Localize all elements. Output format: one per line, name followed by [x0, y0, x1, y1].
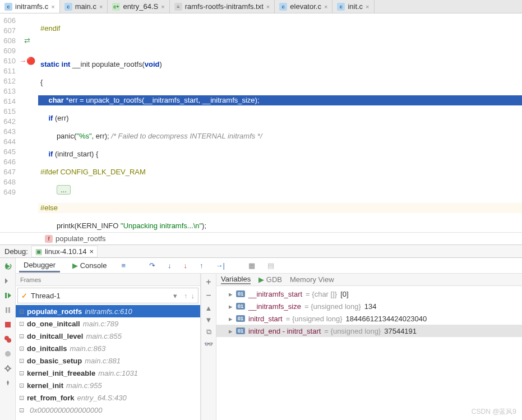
- breakpoint-icon[interactable]: →🔴: [19, 57, 35, 65]
- tab-gdb[interactable]: ▶ GDB: [258, 275, 282, 284]
- chevron-right-icon: ▸: [229, 327, 233, 335]
- tab-debugger[interactable]: Debugger: [19, 259, 60, 273]
- sync-icon: ⇄: [24, 36, 30, 45]
- variable-row[interactable]: ▸01 __initramfs_start = {char []} [0]: [216, 288, 522, 300]
- file-tab-ramfs-txt[interactable]: ≡ ramfs-rootfs-initramfs.txt ×: [170, 0, 275, 13]
- console-icon: ▶: [258, 275, 264, 284]
- show-exec-point-button[interactable]: ≡: [119, 260, 128, 271]
- file-tab-elevator[interactable]: c elevator.c ×: [275, 0, 332, 13]
- close-icon[interactable]: ×: [89, 247, 94, 256]
- svg-rect-0: [5, 293, 7, 298]
- close-icon[interactable]: ×: [324, 3, 327, 10]
- glasses-button[interactable]: 👓: [204, 340, 213, 348]
- resume-button[interactable]: [3, 290, 13, 301]
- var-tag-icon: 01: [236, 327, 245, 334]
- close-icon[interactable]: ×: [366, 3, 369, 10]
- chevron-down-icon: ▾: [173, 292, 177, 300]
- text-file-icon: ≡: [174, 3, 182, 11]
- file-tab-bar: c initramfs.c × c main.c × c+ entry_64.S…: [0, 0, 522, 13]
- gutter-marks: ⇄ →🔴: [19, 13, 38, 232]
- stack-frame[interactable]: ⊡do_one_initcall main.c:789: [16, 317, 200, 330]
- c-file-icon: c: [64, 3, 72, 11]
- add-watch-button[interactable]: +: [206, 277, 211, 287]
- svg-rect-1: [6, 307, 7, 313]
- view-breakpoints-button[interactable]: [3, 334, 13, 344]
- nav-up-icon[interactable]: ↑: [184, 292, 188, 300]
- svg-rect-2: [8, 307, 10, 313]
- trace-button[interactable]: ▤: [265, 260, 276, 271]
- frame-icon: ⊡: [19, 320, 24, 327]
- variables-pane: Variables ▶ GDB Memory View ▸01 __initra…: [216, 274, 522, 420]
- stack-frame[interactable]: ⊡populate_rootfs initramfs.c:610: [16, 305, 200, 317]
- line-number-gutter: 606607 608609 610611 612613 614615 64264…: [0, 13, 19, 232]
- close-icon[interactable]: ×: [51, 3, 54, 10]
- pin-button[interactable]: [3, 378, 13, 388]
- settings-button[interactable]: [3, 363, 13, 373]
- stack-frame[interactable]: ⊡kernel_init_freeable main.c:1031: [16, 367, 200, 379]
- close-icon[interactable]: ×: [161, 3, 164, 10]
- step-into-button[interactable]: ↓: [165, 260, 174, 271]
- watermark: CSDN @蓝风9: [472, 407, 516, 417]
- var-tag-icon: 01: [236, 315, 245, 322]
- variables-list[interactable]: ▸01 __initramfs_start = {char []} [0]▸01…: [216, 286, 522, 420]
- close-icon[interactable]: ×: [266, 3, 270, 10]
- breadcrumb: f populate_rootfs: [0, 232, 522, 244]
- pause-button[interactable]: [3, 305, 13, 315]
- frame-icon: ⊡: [19, 357, 24, 364]
- stack-frame[interactable]: ⊡kernel_init main.c:955: [16, 379, 200, 391]
- file-tab-entry64[interactable]: c+ entry_64.S ×: [108, 0, 169, 13]
- thread-selector[interactable]: ✓ Thread-1 ▾ ↑ ↓: [17, 288, 198, 303]
- tab-label: main.c: [75, 2, 96, 11]
- code-editor[interactable]: 606607 608609 610611 612613 614615 64264…: [0, 13, 522, 232]
- stack-frame[interactable]: ⊡do_initcalls main.c:863: [16, 342, 200, 354]
- tab-label: initramfs.c: [15, 2, 48, 11]
- mute-breakpoints-button[interactable]: [3, 349, 13, 359]
- stack-frame[interactable]: ⊡do_initcall_level main.c:855: [16, 330, 200, 342]
- stack-frame-list[interactable]: ⊡populate_rootfs initramfs.c:610⊡do_one_…: [16, 305, 200, 420]
- run-config-icon: ▣: [35, 247, 42, 256]
- variable-row[interactable]: ▸01 initrd_end - initrd_start = {unsigne…: [216, 325, 522, 337]
- tab-memory-view[interactable]: Memory View: [290, 275, 334, 284]
- tab-label: init.c: [348, 2, 363, 11]
- close-icon[interactable]: ×: [99, 3, 103, 10]
- duplicate-button[interactable]: ⧉: [206, 327, 211, 336]
- tab-label: ramfs-rootfs-initramfs.txt: [185, 2, 264, 11]
- variable-row[interactable]: ▸01 __initramfs_size = {unsigned long} 1…: [216, 300, 522, 312]
- remove-watch-button[interactable]: −: [206, 290, 211, 301]
- tab-variables[interactable]: Variables: [221, 275, 251, 284]
- debug-target-tab[interactable]: ▣ linux-4.10.14 ×: [31, 246, 98, 257]
- down-button[interactable]: ▼: [205, 316, 213, 324]
- chevron-right-icon: ▸: [229, 290, 233, 298]
- nav-down-icon[interactable]: ↓: [191, 292, 195, 300]
- rerun-button[interactable]: [3, 261, 13, 271]
- stack-frame[interactable]: ⊡ret_from_fork entry_64.S:430: [16, 391, 200, 404]
- file-tab-main[interactable]: c main.c ×: [60, 0, 108, 13]
- variable-row[interactable]: ▸01 initrd_start = {unsigned long} 18446…: [216, 312, 522, 325]
- frame-icon: ⊡: [19, 394, 24, 401]
- modify-run-button[interactable]: [3, 276, 13, 286]
- frame-icon: ⊡: [19, 308, 24, 315]
- stack-frame[interactable]: ⊡ 0x0000000000000000: [16, 404, 200, 416]
- variables-tabs: Variables ▶ GDB Memory View: [216, 274, 522, 286]
- force-step-into-button[interactable]: ↓: [182, 260, 190, 271]
- file-tab-init[interactable]: c init.c ×: [332, 0, 374, 13]
- step-out-button[interactable]: ↑: [197, 260, 206, 271]
- stack-frame[interactable]: ⊡do_basic_setup main.c:881: [16, 354, 200, 367]
- svg-point-6: [5, 351, 11, 357]
- fold-region[interactable]: ...: [57, 185, 71, 195]
- console-icon: ▶: [72, 261, 78, 270]
- step-over-button[interactable]: ↷: [147, 260, 158, 271]
- debug-sub-tabs: Debugger ▶ Console ≡ ↷ ↓ ↓ ↑ →| ▦ ▤: [16, 258, 522, 274]
- debug-toolbar-left: [0, 258, 16, 420]
- frames-header: Frames: [16, 274, 200, 286]
- frame-icon: ⊡: [19, 382, 24, 389]
- debug-columns: Frames ✓ Thread-1 ▾ ↑ ↓ ⊡populate_rootfs…: [16, 274, 522, 420]
- file-tab-initramfs[interactable]: c initramfs.c ×: [0, 0, 60, 13]
- tab-console[interactable]: ▶ Console: [68, 260, 111, 271]
- stop-button[interactable]: [3, 320, 13, 330]
- run-to-cursor-button[interactable]: →|: [214, 260, 227, 271]
- frame-icon: ⊡: [19, 407, 24, 414]
- evaluate-expression-button[interactable]: ▦: [246, 260, 257, 271]
- up-button[interactable]: ▲: [205, 304, 213, 312]
- code-area[interactable]: #endif static int __init populate_rootfs…: [38, 13, 522, 232]
